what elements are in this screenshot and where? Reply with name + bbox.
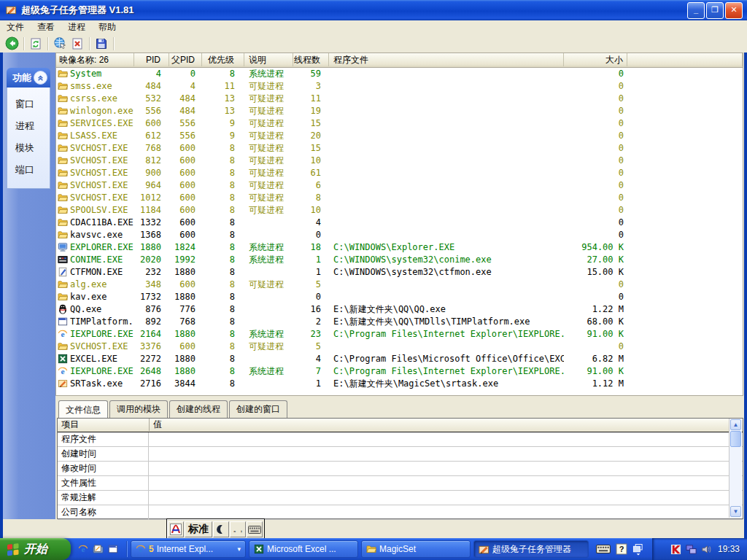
sidebar-item-port[interactable]: 端口 bbox=[7, 159, 50, 181]
process-file bbox=[329, 291, 564, 303]
detail-col-item[interactable]: 项目 bbox=[58, 419, 150, 431]
table-row[interactable]: EXPLORER.EXE188018248系统进程18C:\WINDOWS\Ex… bbox=[56, 241, 743, 254]
start-button[interactable]: 开始 bbox=[0, 538, 71, 560]
sidebar-item-window[interactable]: 窗口 bbox=[7, 93, 50, 115]
table-row[interactable]: SVCHOST.EXE8126008可疑进程100 bbox=[56, 155, 743, 167]
tray-help-button[interactable]: ? bbox=[616, 543, 627, 555]
restore-button[interactable]: ❐ bbox=[706, 2, 724, 19]
web-icon bbox=[53, 36, 67, 50]
table-row[interactable]: smss.exe484411可疑进程30 bbox=[56, 80, 743, 93]
menu-process[interactable]: 进程 bbox=[61, 20, 92, 35]
column-header-6[interactable]: 程序文件 bbox=[329, 53, 564, 66]
process-file bbox=[329, 229, 564, 241]
quicklaunch-explorer[interactable] bbox=[108, 544, 118, 554]
chevron-up-icon[interactable] bbox=[34, 71, 47, 85]
process-list: 映像名称: 26PID父PID优先级说明线程数程序文件大小 System408系… bbox=[55, 52, 743, 396]
table-row[interactable]: QQ.exe876776816E:\新建文件夹\QQ\QQ.exe1.22 M bbox=[56, 303, 743, 316]
quicklaunch-ie[interactable]: e bbox=[78, 544, 88, 554]
minimize-button[interactable]: _ bbox=[687, 2, 705, 19]
table-row[interactable]: CONIME.EXE202019928系统进程1C:\WINDOWS\syste… bbox=[56, 254, 743, 266]
detail-row[interactable]: 创建时间 bbox=[58, 447, 743, 462]
chevron-down-icon[interactable]: ▾ bbox=[237, 545, 241, 553]
table-row[interactable]: alg.exe3486008可疑进程50 bbox=[56, 279, 743, 291]
table-row[interactable]: kav.exe17321880800 bbox=[56, 291, 743, 303]
task-rabbit-manager[interactable]: 超级兔子任务管理器 bbox=[473, 540, 589, 558]
task-ie-group[interactable]: e5Internet Expl...▾ bbox=[131, 540, 246, 558]
column-header-3[interactable]: 优先级 bbox=[202, 53, 244, 66]
table-row[interactable]: SVCHOST.EXE9006008可疑进程610 bbox=[56, 167, 743, 179]
kill-process-button[interactable] bbox=[69, 36, 86, 52]
table-row[interactable]: TIMPlatform...89276882E:\新建文件夹\QQ\TMDlls… bbox=[56, 316, 743, 328]
table-row[interactable]: csrss.exe53248413可疑进程110 bbox=[56, 93, 743, 105]
task-excel[interactable]: Microsoft Excel ... bbox=[249, 540, 358, 558]
detail-row[interactable]: 常规注解 bbox=[58, 491, 743, 505]
scroll-down-button[interactable]: ▼ bbox=[730, 506, 741, 517]
detail-col-value[interactable]: 值 bbox=[150, 419, 729, 431]
table-row[interactable]: SPOOLSV.EXE11846008可疑进程100 bbox=[56, 204, 743, 217]
table-row[interactable]: winlogon.exe55648413可疑进程190 bbox=[56, 105, 743, 117]
save-button[interactable] bbox=[93, 36, 110, 52]
punctuation-button[interactable]: 。, bbox=[230, 521, 246, 537]
moon-icon[interactable] bbox=[213, 521, 229, 537]
menu-file[interactable]: 文件 bbox=[0, 20, 31, 35]
window-right-edge bbox=[743, 52, 747, 519]
process-ppid: 556 bbox=[169, 117, 202, 130]
table-row[interactable]: SRTask.exe2716384481E:\新建文件夹\MagicSet\sr… bbox=[56, 378, 743, 390]
column-header-5[interactable]: 线程数 bbox=[293, 53, 329, 66]
detail-row[interactable]: 修改时间 bbox=[58, 462, 743, 476]
tray-windows-button[interactable] bbox=[632, 543, 643, 556]
table-row[interactable]: EXCEL.EXE2272188084C:\Program Files\Micr… bbox=[56, 353, 743, 365]
menu-help[interactable]: 帮助 bbox=[92, 20, 123, 35]
sidebar-item-process[interactable]: 进程 bbox=[7, 115, 50, 137]
process-spare bbox=[627, 254, 743, 266]
detail-row[interactable]: 程序文件 bbox=[58, 432, 743, 447]
table-row[interactable]: SVCHOST.EXE9646008可疑进程60 bbox=[56, 179, 743, 192]
svg-text:?: ? bbox=[619, 545, 624, 553]
scroll-thumb[interactable] bbox=[730, 431, 741, 447]
menu-view[interactable]: 查看 bbox=[31, 20, 61, 35]
detail-row[interactable]: 公司名称 bbox=[58, 505, 743, 520]
column-header-7[interactable]: 大小 bbox=[564, 53, 627, 66]
tray-volume-icon[interactable] bbox=[701, 544, 712, 555]
table-row[interactable]: eIEXPLORE.EXE216418808系统进程23C:\Program F… bbox=[56, 328, 743, 341]
process-threads: 0 bbox=[293, 229, 329, 241]
tab-modules[interactable]: 调用的模块 bbox=[109, 400, 168, 418]
refresh-button[interactable] bbox=[27, 36, 44, 52]
table-row[interactable]: SVCHOST.EXE7686008可疑进程150 bbox=[56, 142, 743, 155]
close-button[interactable]: ✕ bbox=[725, 2, 743, 19]
detail-scrollbar[interactable]: ▲ ▼ bbox=[729, 419, 742, 518]
table-row[interactable]: SVCHOST.EXE33766008可疑进程50 bbox=[56, 341, 743, 353]
keyboard-icon[interactable] bbox=[247, 521, 263, 537]
process-name-cell: alg.exe bbox=[56, 279, 134, 291]
ime-mode-button[interactable]: 标准 bbox=[185, 521, 212, 537]
browse-web-button[interactable] bbox=[51, 36, 69, 52]
table-row[interactable]: eIEXPLORE.EXE264818808系统进程7C:\Program Fi… bbox=[56, 365, 743, 378]
scroll-up-button[interactable]: ▲ bbox=[730, 419, 741, 430]
back-button[interactable] bbox=[3, 36, 20, 52]
table-row[interactable]: CTFMON.EXE232188081C:\WINDOWS\system32\c… bbox=[56, 266, 743, 279]
table-row[interactable]: CDAC11BA.EXE1332600840 bbox=[56, 217, 743, 229]
process-file: C:\WINDOWS\Explorer.EXE bbox=[329, 241, 564, 254]
ime-logo-icon[interactable] bbox=[168, 521, 184, 537]
column-header-4[interactable]: 说明 bbox=[244, 53, 293, 66]
task-magicset[interactable]: MagicSet bbox=[361, 540, 471, 558]
table-row[interactable]: SVCHOST.EXE10126008可疑进程80 bbox=[56, 192, 743, 204]
function-header[interactable]: 功能 bbox=[7, 68, 50, 88]
tray-kaspersky-icon[interactable] bbox=[670, 544, 681, 555]
table-row[interactable]: kavsvc.exe1368600800 bbox=[56, 229, 743, 241]
tray-network-icon[interactable] bbox=[686, 544, 697, 555]
tab-threads[interactable]: 创建的线程 bbox=[169, 400, 228, 418]
tray-keyboard-button[interactable] bbox=[596, 544, 611, 554]
quicklaunch-show-desktop[interactable] bbox=[93, 544, 104, 555]
column-header-1[interactable]: PID bbox=[134, 53, 169, 66]
detail-row[interactable]: 文件属性 bbox=[58, 476, 743, 491]
column-header-0[interactable]: 映像名称: 26 bbox=[56, 53, 134, 66]
sidebar-item-module[interactable]: 模块 bbox=[7, 137, 50, 159]
table-row[interactable]: SERVICES.EXE6005569可疑进程150 bbox=[56, 117, 743, 130]
column-header-8[interactable] bbox=[627, 53, 743, 66]
table-row[interactable]: LSASS.EXE6125569可疑进程200 bbox=[56, 130, 743, 142]
column-header-2[interactable]: 父PID bbox=[169, 53, 202, 66]
tab-file-info[interactable]: 文件信息 bbox=[58, 400, 108, 419]
tab-windows[interactable]: 创建的窗口 bbox=[229, 400, 287, 418]
table-row[interactable]: System408系统进程590 bbox=[56, 68, 743, 80]
